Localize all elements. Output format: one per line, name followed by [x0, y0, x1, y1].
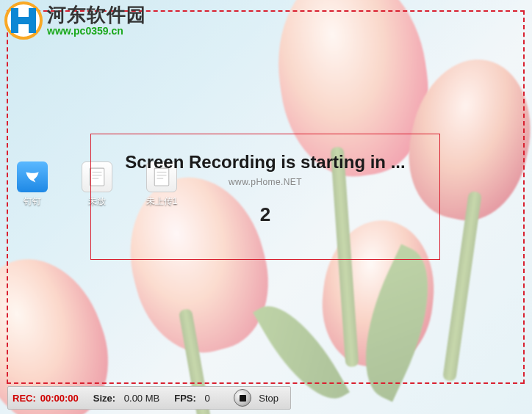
size-value: 0.00 MB [124, 393, 159, 404]
stop-button[interactable]: Stop [232, 388, 286, 408]
site-logo-icon [4, 1, 43, 40]
rec-time-value: 00:00:00 [40, 393, 79, 404]
stop-button-label: Stop [259, 393, 278, 404]
site-watermark: 河东软件园 www.pc0359.cn [4, 1, 146, 40]
center-watermark: www.pHome.NET [229, 177, 302, 187]
countdown-seconds: 2 [260, 203, 270, 226]
desktop-icon-label: 钉钉 [24, 195, 41, 208]
site-url: www.pc0359.cn [47, 26, 146, 37]
countdown-message: Screen Recording is starting in ... [125, 152, 405, 172]
fps-value: 0 [204, 393, 209, 404]
dingding-icon [17, 161, 48, 192]
size-label: Size: [93, 393, 115, 404]
site-name: 河东软件园 [47, 4, 146, 26]
recording-toolbar[interactable]: REC: 00:00:00 Size: 0.00 MB FPS: 0 Stop [7, 386, 291, 410]
stop-icon [234, 389, 251, 407]
rec-label: REC: [12, 393, 36, 404]
fps-label: FPS: [174, 393, 196, 404]
desktop-icon-dingding[interactable]: 钉钉 [10, 161, 54, 208]
countdown-dialog: Screen Recording is starting in ... www.… [90, 134, 440, 260]
